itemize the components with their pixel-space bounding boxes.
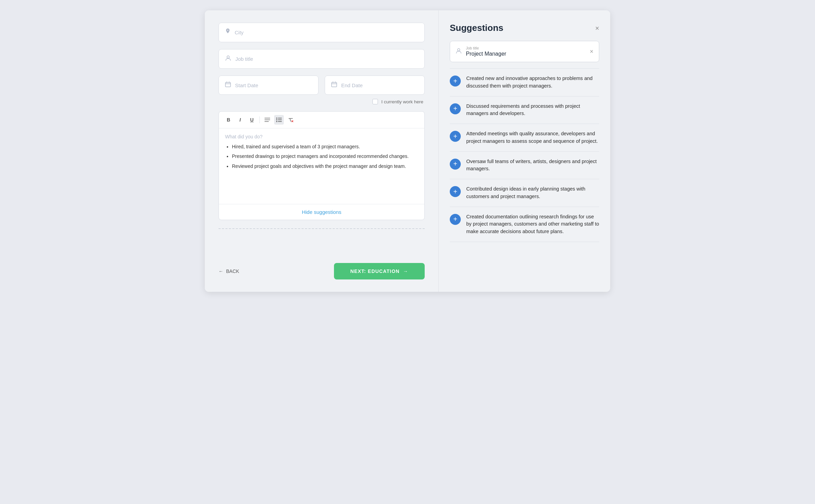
suggestion-job-label: Job title [466, 46, 585, 50]
suggestion-text-3: Attended meetings with quality assurance… [466, 130, 599, 145]
suggestion-clear-button[interactable]: × [590, 48, 593, 55]
next-button[interactable]: NEXT: EDUCATION → [334, 263, 425, 279]
date-row: Start Date End Date [219, 76, 425, 95]
editor-toolbar: B I U [219, 112, 424, 128]
start-date-label: Start Date [235, 82, 258, 88]
suggestion-item[interactable]: + Created documentation outlining resear… [450, 207, 599, 242]
clear-format-button[interactable] [286, 115, 295, 125]
add-icon-4: + [450, 159, 461, 170]
bottom-nav: ← BACK NEXT: EDUCATION → [219, 260, 425, 279]
suggestion-item[interactable]: + Created new and innovative approaches … [450, 68, 599, 96]
job-title-label: Job title [235, 56, 253, 62]
underline-button[interactable]: U [247, 115, 257, 125]
suggestion-person-icon [456, 48, 462, 56]
suggestion-item[interactable]: + Attended meetings with quality assuran… [450, 124, 599, 152]
suggestion-text-1: Created new and innovative approaches to… [466, 75, 599, 90]
svg-point-17 [458, 48, 460, 51]
suggestion-text-4: Oversaw full teams of writers, artists, … [466, 158, 599, 173]
svg-line-13 [290, 118, 291, 122]
start-date-field[interactable]: Start Date [219, 76, 319, 95]
suggestions-header: Suggestions × [450, 23, 599, 33]
location-icon [225, 28, 231, 36]
section-divider [219, 228, 425, 229]
svg-point-7 [276, 119, 277, 121]
back-label: BACK [226, 268, 239, 274]
editor-placeholder: What did you do? [225, 134, 418, 139]
hide-suggestions-button[interactable]: Hide suggestions [219, 204, 424, 220]
currently-work-row: I currently work here [219, 99, 425, 104]
bullet-2: Presented drawings to project managers a… [232, 152, 418, 160]
suggestions-close-button[interactable]: × [595, 25, 599, 32]
suggestion-text-5: Contributed design ideas in early planni… [466, 185, 599, 201]
editor-container: B I U [219, 111, 425, 220]
editor-content[interactable]: Hired, trained and supervised a team of … [225, 143, 418, 170]
suggestion-list: + Created new and innovative approaches … [450, 68, 599, 242]
suggestion-job-value: Project Manager [466, 51, 506, 57]
currently-work-label: I currently work here [381, 99, 423, 104]
svg-point-0 [227, 56, 230, 58]
bold-button[interactable]: B [224, 115, 233, 125]
suggestion-item[interactable]: + Contributed design ideas in early plan… [450, 179, 599, 207]
list-button[interactable] [274, 115, 284, 125]
italic-button[interactable]: I [235, 115, 245, 125]
bullet-1: Hired, trained and supervised a team of … [232, 143, 418, 150]
toolbar-divider-1 [259, 116, 260, 123]
page-container: City Job title [205, 10, 610, 292]
suggestion-job-text: Job title Project Manager [466, 46, 585, 57]
right-panel: Suggestions × Job title Project Manager … [438, 10, 610, 292]
add-icon-5: + [450, 186, 461, 197]
back-arrow-icon: ← [219, 268, 223, 274]
left-panel: City Job title [205, 10, 438, 292]
person-icon [225, 55, 231, 63]
city-field[interactable]: City [219, 23, 425, 42]
currently-work-checkbox[interactable] [372, 99, 378, 104]
svg-rect-2 [332, 82, 337, 87]
editor-body[interactable]: What did you do? Hired, trained and supe… [219, 128, 424, 204]
add-icon-6: + [450, 214, 461, 225]
suggestion-item[interactable]: + Discussed requirements and processes w… [450, 96, 599, 124]
suggestion-item[interactable]: + Oversaw full teams of writers, artists… [450, 152, 599, 180]
svg-point-8 [276, 121, 277, 122]
add-icon-2: + [450, 103, 461, 114]
next-label: NEXT: EDUCATION [350, 268, 400, 274]
suggestion-text-6: Created documentation outlining research… [466, 213, 599, 236]
bullet-3: Reviewed project goals and objectives wi… [232, 162, 418, 170]
city-label: City [235, 30, 244, 35]
calendar-start-icon [225, 81, 231, 89]
add-icon-1: + [450, 76, 461, 87]
svg-rect-1 [225, 82, 231, 87]
svg-point-6 [276, 118, 277, 119]
end-date-field[interactable]: End Date [325, 76, 425, 95]
suggestion-job-field[interactable]: Job title Project Manager × [450, 41, 599, 62]
end-date-label: End Date [341, 82, 363, 88]
job-title-field[interactable]: Job title [219, 49, 425, 69]
align-button[interactable] [263, 115, 272, 125]
back-button[interactable]: ← BACK [219, 268, 239, 274]
next-arrow-icon: → [403, 268, 408, 274]
calendar-end-icon [331, 81, 337, 89]
suggestions-title: Suggestions [450, 23, 503, 33]
add-icon-3: + [450, 131, 461, 142]
suggestion-text-2: Discussed requirements and processes wit… [466, 103, 599, 118]
